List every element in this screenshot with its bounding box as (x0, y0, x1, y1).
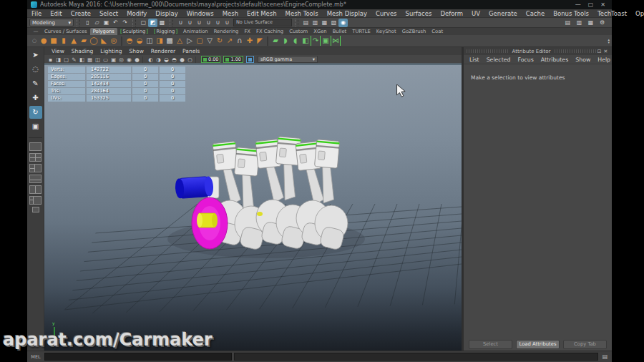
attribute-editor-icon[interactable]: ▦ (586, 19, 595, 27)
poly-cylinder-icon[interactable]: ▮ (59, 36, 69, 46)
menu-item[interactable]: Generate (484, 9, 522, 17)
shelf-tab[interactable]: Curves / Surfaces (42, 28, 90, 35)
triangulate-icon[interactable]: △ (175, 36, 185, 46)
poly-cone-icon[interactable]: ▲ (69, 36, 79, 46)
wedge-icon[interactable]: ◤ (255, 36, 265, 46)
shelf-tab[interactable]: FX Caching (253, 28, 286, 35)
shelf-collapse-icon[interactable]: — (30, 28, 42, 35)
bookmark-icon[interactable]: ▢ (62, 56, 70, 64)
render-view-icon[interactable]: ◉ (338, 19, 348, 27)
open-scene-icon[interactable]: ▱ (92, 19, 102, 27)
select-hierarchy-icon[interactable]: ▢ (139, 19, 148, 27)
spin-edge-icon[interactable]: ↻ (215, 36, 225, 46)
shelf-tab[interactable]: Sculpting (117, 28, 151, 35)
render-frame-icon[interactable]: ▤ (301, 19, 311, 27)
extract-icon[interactable]: ◫ (145, 36, 155, 46)
menu-item[interactable]: Edit (46, 9, 66, 17)
save-scene-icon[interactable]: ▣ (102, 19, 111, 27)
menu-item[interactable]: Edit Mesh (243, 9, 281, 17)
scale-tool[interactable]: ▣ (29, 120, 42, 133)
wireframe-icon[interactable]: ◫ (94, 56, 102, 64)
colorspace-dropdown[interactable]: sRGB gamma ▾ (258, 56, 318, 63)
ae-menu-item[interactable]: Attributes (537, 55, 572, 64)
shelf-tab[interactable]: Polygons (90, 28, 117, 35)
shelf-tab[interactable]: XGen (311, 28, 329, 35)
quad-draw-icon[interactable]: ▰ (270, 36, 280, 46)
shelf-tab[interactable]: GoZBrush (399, 28, 429, 35)
poly-torus-icon[interactable]: ◯ (89, 36, 99, 46)
textured-icon[interactable]: ▣ (109, 56, 117, 64)
poly-sphere-icon[interactable]: ● (39, 36, 49, 46)
minimize-icon[interactable]: — (575, 0, 581, 9)
shelf-tab[interactable]: Animation (180, 28, 211, 35)
shelf-tab[interactable]: TURTLE (349, 28, 374, 35)
menu-item[interactable]: UV (467, 9, 484, 17)
panel-menu-item[interactable]: Panels (179, 47, 203, 55)
snap-view-icon[interactable]: ∪ (213, 19, 223, 27)
paint-select-tool[interactable]: ✎ (29, 77, 42, 90)
select-tool[interactable]: ➤ (29, 49, 42, 62)
reduce-icon[interactable]: ▽ (205, 36, 215, 46)
curve-warp-icon[interactable]: ↷ (311, 36, 321, 46)
menu-item[interactable]: OpenFlight (631, 9, 644, 17)
sculpt-smooth-icon[interactable]: ◖ (291, 36, 301, 46)
ae-menu-item[interactable]: List (466, 55, 483, 64)
default-light-icon[interactable]: ◑ (155, 56, 162, 64)
combine-icon[interactable]: ◓ (125, 36, 135, 46)
multi-cut-icon[interactable]: ⋈ (331, 36, 341, 46)
layout-single[interactable] (29, 142, 42, 151)
shadows-icon[interactable]: ◒ (162, 56, 170, 64)
select-object-icon[interactable]: ◩ (148, 19, 157, 27)
menu-item[interactable]: Windows (182, 9, 218, 17)
select-component-icon[interactable]: ▩ (157, 19, 167, 27)
shelf-divider[interactable] (121, 36, 122, 46)
command-language-label[interactable]: MEL (29, 354, 42, 360)
spinner-down-icon[interactable]: ▾ (608, 41, 610, 44)
shelf-overflow-icon[interactable]: ○ (30, 38, 39, 44)
tool-settings-icon[interactable]: ⚙ (597, 19, 607, 27)
menu-item[interactable]: Surfaces (401, 9, 436, 17)
render-sequence-icon[interactable]: ▧ (329, 19, 338, 27)
shaded-icon[interactable]: ▭ (102, 56, 109, 64)
snap-plane-icon[interactable]: ∪ (204, 19, 213, 27)
shelf-tab[interactable]: FX (241, 28, 253, 35)
ao-icon[interactable]: ◓ (170, 56, 178, 64)
menu-item[interactable]: Bonus Tools (549, 9, 593, 17)
make-live-icon[interactable]: ∪ (223, 19, 232, 27)
ae-menu-item[interactable]: Help (594, 55, 614, 64)
quadrangulate-icon[interactable]: ▷ (185, 36, 195, 46)
snap-point-icon[interactable]: ∪ (195, 19, 204, 27)
ae-button[interactable]: Copy Tab (563, 340, 607, 349)
shelf-tab[interactable]: Rendering (211, 28, 242, 35)
camera-select-icon[interactable]: ▪ (47, 56, 54, 64)
layout-three-bottom[interactable] (29, 175, 42, 183)
gamma-field[interactable]: 1.00 (223, 56, 243, 63)
append-face-icon[interactable]: ✚ (245, 36, 255, 46)
ipr-render-icon[interactable]: ▥ (311, 19, 320, 27)
shelf-spinner[interactable]: ▴ ▾ (608, 38, 612, 44)
modeling-toolkit-icon[interactable]: ▤ (563, 19, 572, 27)
poly-cube-icon[interactable]: ■ (49, 36, 59, 46)
gate-mask-icon[interactable]: ● (133, 56, 141, 64)
boolean-icon[interactable]: ◨ (155, 36, 165, 46)
target-weld-icon[interactable]: ▣ (321, 36, 331, 46)
sculpt-blob-icon[interactable]: ◗ (280, 36, 291, 46)
camera-lock-icon[interactable]: ◨ (54, 56, 62, 64)
layout-four-pane[interactable] (29, 153, 42, 162)
film-gate-icon[interactable]: ◎ (117, 56, 125, 64)
bridge-icon[interactable]: ∩ (235, 36, 245, 46)
ae-button[interactable]: Select (469, 340, 512, 349)
cube-edit-icon[interactable]: ◧ (301, 36, 311, 46)
menu-item[interactable]: File (27, 9, 46, 17)
new-scene-icon[interactable]: ▯ (83, 19, 92, 27)
separate-icon[interactable]: ◒ (135, 36, 145, 46)
menu-item[interactable]: Create (67, 9, 95, 17)
popout-icon[interactable]: ⊡ (596, 49, 602, 54)
command-result-field[interactable] (234, 353, 598, 361)
lasso-tool[interactable]: ◌ (29, 63, 42, 76)
menu-item[interactable]: Mesh Display (323, 9, 371, 17)
command-input[interactable] (44, 353, 232, 361)
menu-item[interactable]: Select (95, 9, 122, 17)
render-settings-icon[interactable]: ▦ (320, 19, 329, 27)
snap-grid-icon[interactable]: ∪ (176, 19, 185, 27)
